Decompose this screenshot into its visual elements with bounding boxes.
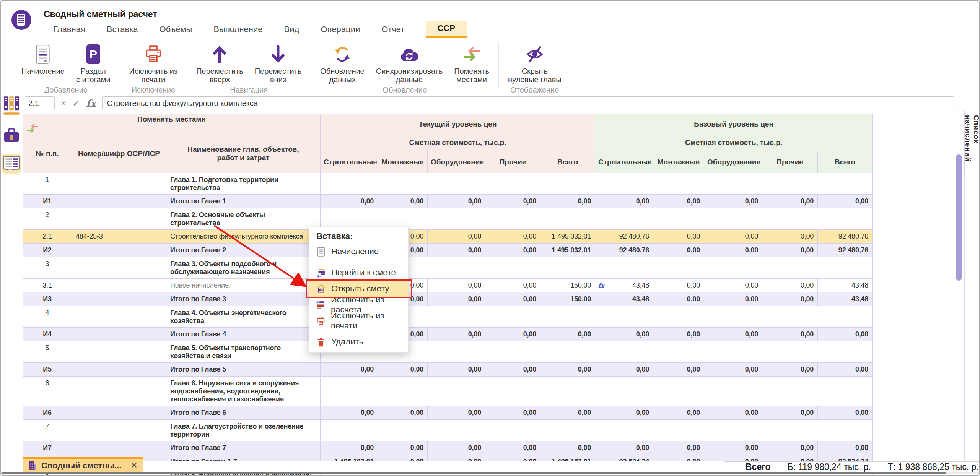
refresh-data-button[interactable]: Обновление данных: [320, 43, 364, 84]
accruals-list-panel-tab[interactable]: Список начислений: [964, 111, 979, 177]
section-with-totals-button[interactable]: PРаздел с итогами: [76, 43, 111, 84]
cell-empty-span[interactable]: [321, 173, 595, 195]
cell-empty-span[interactable]: [321, 377, 595, 406]
cell-name[interactable]: Итого по Главе 1: [166, 195, 321, 208]
cell-name[interactable]: Итого по Главе 3: [166, 292, 321, 306]
cell-name[interactable]: Итого по Главе 7: [166, 441, 321, 455]
cell-name[interactable]: Глава 5. Объекты транспортного хозяйства…: [166, 341, 321, 363]
cell-name[interactable]: Строительство физкультурного комплекса: [166, 230, 321, 244]
cell-number[interactable]: 5: [23, 341, 72, 363]
menu-accrual[interactable]: Начисление: [309, 244, 408, 260]
cell-name[interactable]: Глава 4. Объекты энергетического хозяйст…: [166, 306, 321, 328]
tab-vid[interactable]: Вид: [284, 21, 299, 38]
cell-value[interactable]: 0,00: [321, 441, 378, 455]
cell-value[interactable]: 0,00: [653, 292, 704, 306]
cell-value[interactable]: 0,00: [485, 279, 540, 292]
tab-obyomy[interactable]: Объёмы: [160, 21, 192, 38]
horizontal-scrollbar[interactable]: [1, 472, 979, 474]
cell-empty-span[interactable]: [321, 420, 595, 441]
cell-value[interactable]: 0,00: [762, 244, 818, 257]
tab-otchet[interactable]: Отчет: [381, 21, 404, 38]
cell-value[interactable]: 0,00: [762, 230, 818, 244]
cell-number[interactable]: И6: [23, 406, 72, 420]
cell-code[interactable]: [72, 341, 166, 363]
move-up-button[interactable]: Переместить вверх: [196, 43, 243, 84]
cell-number[interactable]: И7: [23, 441, 72, 455]
cell-value[interactable]: 0,00: [762, 441, 818, 455]
formula-input[interactable]: [102, 96, 954, 110]
menu-goto-estimate[interactable]: Перейти к смете: [309, 265, 408, 281]
cell-value[interactable]: 0,00: [704, 279, 762, 292]
cell-value[interactable]: 0,00: [704, 441, 762, 455]
cell-value[interactable]: 0,00: [595, 363, 653, 377]
cell-value[interactable]: 0,00: [818, 195, 873, 208]
cell-value[interactable]: 0,00: [378, 441, 428, 455]
cell-value[interactable]: 0,00: [704, 195, 762, 208]
cell-code[interactable]: [72, 306, 166, 328]
cell-value[interactable]: 92 480,76: [818, 244, 873, 257]
cell-value[interactable]: 0,00: [762, 363, 818, 377]
cell-value[interactable]: 0,00: [485, 328, 540, 341]
cell-value[interactable]: 0,00: [762, 406, 818, 420]
cell-value[interactable]: 0,00: [428, 195, 485, 208]
cell-value[interactable]: 0,00: [704, 406, 762, 420]
cell-value[interactable]: 0,00: [818, 328, 873, 341]
cell-value[interactable]: 0,00: [762, 195, 818, 208]
cell-value[interactable]: 0,00: [653, 244, 704, 257]
sync-data-button[interactable]: Синхронизировать данные: [376, 43, 443, 84]
cell-number[interactable]: 4: [23, 306, 72, 328]
cell-code[interactable]: [72, 406, 166, 420]
cell-value[interactable]: 0,00: [818, 363, 873, 377]
cell-name[interactable]: Итого по Главе 5: [166, 363, 321, 377]
cell-value[interactable]: 0,00: [485, 406, 540, 420]
cell-value[interactable]: 0,00: [485, 292, 540, 306]
cell-value[interactable]: 0,00: [818, 441, 873, 455]
cell-value[interactable]: 0,00: [485, 244, 540, 257]
tab-ssr[interactable]: ССР: [426, 21, 466, 38]
cell-number[interactable]: И4: [23, 328, 72, 341]
cell-value[interactable]: 43,48: [818, 292, 873, 306]
cell-value[interactable]: 0,00: [762, 328, 818, 341]
cell-value[interactable]: 0,00: [704, 328, 762, 341]
cell-value[interactable]: 0,00: [428, 292, 485, 306]
cell-value[interactable]: 0,00: [595, 441, 653, 455]
menu-exclude-from-print[interactable]: Исключить из печати: [309, 313, 408, 329]
cell-value[interactable]: 150,00: [540, 292, 595, 306]
tab-operacii[interactable]: Операции: [321, 21, 360, 38]
cell-value[interactable]: 0,00: [653, 230, 704, 244]
cell-code[interactable]: 484-25-3: [72, 230, 166, 244]
cell-code[interactable]: [72, 420, 166, 441]
cell-value[interactable]: 43,48: [595, 292, 653, 306]
cell-value[interactable]: fx43,48: [595, 279, 653, 292]
cell-name[interactable]: Новое начисление.: [166, 279, 321, 292]
cell-value[interactable]: 0,00: [653, 328, 704, 341]
cell-value[interactable]: 0,00: [540, 406, 595, 420]
accrual-button[interactable]: Начисление: [21, 43, 65, 75]
tab-glavnaya[interactable]: Главная: [53, 21, 85, 38]
cell-value[interactable]: 0,00: [321, 363, 378, 377]
cell-empty-span[interactable]: [321, 208, 595, 230]
cell-value[interactable]: 0,00: [818, 406, 873, 420]
formula-cancel-icon[interactable]: ×: [61, 99, 66, 108]
cell-number[interactable]: 6: [23, 377, 72, 406]
cell-name[interactable]: Глава 6. Наружные сети и сооружения водо…: [166, 377, 321, 406]
cell-code[interactable]: [72, 292, 166, 306]
cell-value[interactable]: 0,00: [704, 363, 762, 377]
cell-value[interactable]: 0,00: [762, 279, 818, 292]
cell-value[interactable]: 0,00: [653, 195, 704, 208]
rail-projects[interactable]: [2, 125, 21, 145]
cell-value[interactable]: 0,00: [704, 292, 762, 306]
cell-value[interactable]: 1 495 032,01: [540, 244, 595, 257]
cell-value[interactable]: 0,00: [378, 406, 428, 420]
menu-delete[interactable]: Удалить: [309, 334, 408, 350]
hide-zero-chapters-button[interactable]: Скрыть нулевые главы: [508, 43, 562, 84]
cell-value[interactable]: 0,00: [428, 244, 485, 257]
move-down-button[interactable]: Переместить вниз: [255, 43, 302, 84]
cell-value[interactable]: 0,00: [485, 441, 540, 455]
cell-value[interactable]: 1 495 032,01: [540, 230, 595, 244]
tab-vstavka[interactable]: Вставка: [107, 21, 138, 38]
cell-name[interactable]: Итого по Главе 6: [166, 406, 321, 420]
cell-code[interactable]: [72, 195, 166, 208]
exclude-from-print-button[interactable]: Исключить из печати: [129, 43, 178, 84]
cell-number[interactable]: 2: [23, 208, 72, 230]
